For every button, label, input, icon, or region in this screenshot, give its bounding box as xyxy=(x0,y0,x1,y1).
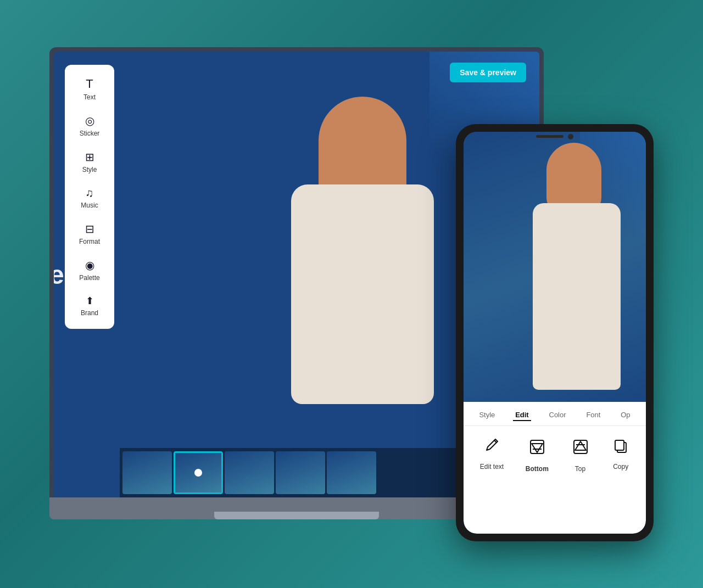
sidebar-text-label: Text xyxy=(83,93,96,101)
bottom-label: Bottom xyxy=(526,465,549,473)
sidebar-item-music[interactable]: ♫ Music xyxy=(65,180,114,216)
sidebar-item-sticker[interactable]: ◎ Sticker xyxy=(65,108,114,144)
tab-style[interactable]: Style xyxy=(477,410,497,421)
phone-actions: Edit text Bottom xyxy=(464,426,646,478)
tab-op[interactable]: Op xyxy=(618,410,632,421)
sticker-icon: ◎ xyxy=(85,114,94,127)
sidebar-sticker-label: Sticker xyxy=(80,130,100,137)
edit-text-icon xyxy=(483,437,501,458)
phone-tabs: Style Edit Color Font Op xyxy=(464,402,646,426)
woman-body xyxy=(291,184,434,404)
svg-marker-3 xyxy=(575,441,586,450)
scene: e Save & preview T Text ◎ Sticker xyxy=(49,47,654,541)
music-icon: ♫ xyxy=(86,187,94,199)
film-thumb-1[interactable] xyxy=(122,451,172,494)
sidebar-item-style[interactable]: ⊞ Style xyxy=(65,144,114,180)
action-bottom[interactable]: Bottom xyxy=(526,437,549,473)
laptop-base xyxy=(214,512,379,519)
woman-figure xyxy=(253,97,472,453)
film-thumb-inner-5 xyxy=(327,451,376,494)
bottom-icon xyxy=(527,437,547,461)
svg-rect-7 xyxy=(615,440,624,450)
film-thumb-dot xyxy=(194,469,202,477)
phone: Style Edit Color Font Op xyxy=(456,124,654,541)
copy-label: Copy xyxy=(613,463,628,471)
phone-photo-area xyxy=(464,132,646,406)
film-thumb-4[interactable] xyxy=(276,451,325,494)
sidebar-item-brand[interactable]: ⬆ Brand xyxy=(65,288,114,323)
edge-letter: e xyxy=(54,259,64,289)
palette-icon: ◉ xyxy=(85,259,94,272)
copy-icon xyxy=(612,437,629,458)
film-thumb-2[interactable] xyxy=(174,451,223,494)
action-copy[interactable]: Copy xyxy=(612,437,629,471)
film-thumb-5[interactable] xyxy=(327,451,376,494)
sidebar-palette-label: Palette xyxy=(79,274,99,282)
svg-marker-0 xyxy=(532,444,543,452)
phone-screen: Style Edit Color Font Op xyxy=(464,132,646,534)
save-preview-button[interactable]: Save & preview xyxy=(450,63,526,82)
top-icon xyxy=(571,437,590,461)
phone-camera xyxy=(568,134,573,139)
top-label: Top xyxy=(575,465,585,473)
film-thumb-inner-3 xyxy=(225,451,274,494)
phone-speaker xyxy=(536,135,563,138)
tab-color[interactable]: Color xyxy=(547,410,568,421)
sidebar-brand-label: Brand xyxy=(81,309,98,317)
sidebar-format-label: Format xyxy=(79,238,100,245)
text-icon: T xyxy=(86,77,93,91)
film-thumb-3[interactable] xyxy=(225,451,274,494)
sidebar-style-label: Style xyxy=(82,166,97,173)
tab-edit[interactable]: Edit xyxy=(513,410,531,421)
phone-toolbar: Style Edit Color Font Op xyxy=(464,402,646,534)
film-thumb-inner-4 xyxy=(276,451,325,494)
sidebar-music-label: Music xyxy=(81,201,98,209)
action-edit-text[interactable]: Edit text xyxy=(480,437,504,471)
style-icon: ⊞ xyxy=(85,150,94,164)
film-thumb-inner-1 xyxy=(122,451,172,494)
sidebar-item-palette[interactable]: ◉ Palette xyxy=(65,252,114,288)
phone-outer: Style Edit Color Font Op xyxy=(456,124,654,541)
sidebar-item-format[interactable]: ⊟ Format xyxy=(65,216,114,252)
sidebar-item-text[interactable]: T Text xyxy=(65,70,114,108)
edit-text-label: Edit text xyxy=(480,463,504,471)
left-sidebar: T Text ◎ Sticker ⊞ Style ♫ xyxy=(65,65,114,329)
brand-icon: ⬆ xyxy=(86,295,94,307)
tab-font[interactable]: Font xyxy=(584,410,602,421)
format-icon: ⊟ xyxy=(85,222,94,236)
phone-woman-body xyxy=(533,203,621,390)
action-top[interactable]: Top xyxy=(571,437,590,473)
